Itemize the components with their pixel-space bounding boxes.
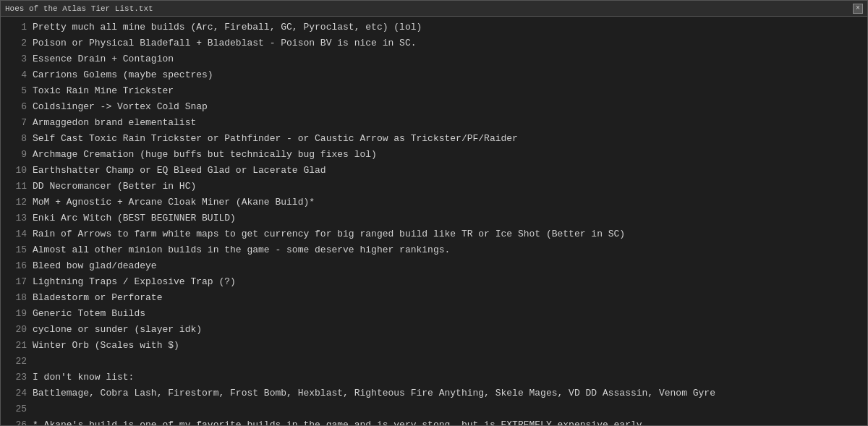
- line-text: Archmage Cremation (huge buffs but techn…: [33, 148, 377, 162]
- list-item: 24Battlemage, Cobra Lash, Firestorm, Fro…: [1, 385, 867, 401]
- line-text: I don't know list:: [33, 370, 134, 385]
- list-item: 3Essence Drain + Contagion: [1, 51, 867, 67]
- list-item: 15Almost all other minion builds in the …: [1, 242, 867, 258]
- list-item: 25: [1, 401, 867, 417]
- list-item: 4Carrions Golems (maybe spectres): [1, 67, 867, 83]
- line-text: Almost all other minion builds in the ga…: [33, 243, 450, 257]
- line-text: Coldslinger -> Vortex Cold Snap: [33, 100, 208, 114]
- line-text: cyclone or sunder (slayer idk): [33, 323, 202, 337]
- window-title: Hoes of the Atlas Tier List.txt: [5, 4, 848, 13]
- line-number: 9: [7, 148, 27, 162]
- line-number: 24: [7, 386, 27, 401]
- list-item: 16Bleed bow glad/deadeye: [1, 258, 867, 274]
- list-item: 23I don't know list:: [1, 370, 867, 385]
- line-text: Essence Drain + Contagion: [33, 52, 174, 67]
- line-number: 21: [7, 338, 27, 353]
- line-number: 25: [7, 402, 27, 417]
- line-text: Armaggedon brand elementalist: [33, 116, 196, 130]
- line-number: 11: [7, 179, 27, 194]
- list-item: 10Earthshatter Champ or EQ Bleed Glad or…: [1, 163, 867, 179]
- list-item: 22: [1, 354, 867, 370]
- line-number: 18: [7, 291, 27, 305]
- line-text: Enki Arc Witch (BEST BEGINNER BUILD): [33, 211, 236, 226]
- line-number: 22: [7, 354, 27, 369]
- list-item: 7Armaggedon brand elementalist: [1, 115, 867, 131]
- list-item: 20cyclone or sunder (slayer idk): [1, 322, 867, 338]
- line-number: 15: [7, 243, 27, 257]
- line-number: 16: [7, 259, 27, 273]
- list-item: 14Rain of Arrows to farm white maps to g…: [1, 226, 867, 242]
- line-text: DD Necromancer (Better in HC): [33, 179, 196, 194]
- list-item: 21Winter Orb (Scales with $): [1, 338, 867, 354]
- line-text: Bleed bow glad/deadeye: [33, 259, 157, 273]
- list-item: 17Lightning Traps / Explosive Trap (?): [1, 274, 867, 290]
- text-content: 1Pretty much all mine builds (Arc, Fireb…: [1, 17, 867, 425]
- line-number: 5: [7, 84, 27, 98]
- line-number: 3: [7, 52, 27, 67]
- main-window: Hoes of the Atlas Tier List.txt × 1Prett…: [0, 0, 868, 426]
- list-item: 13Enki Arc Witch (BEST BEGINNER BUILD): [1, 210, 867, 226]
- line-text: Battlemage, Cobra Lash, Firestorm, Frost…: [33, 386, 715, 401]
- line-number: 10: [7, 163, 27, 178]
- line-number: 20: [7, 323, 27, 337]
- line-number: 2: [7, 36, 27, 51]
- line-number: 26: [7, 418, 27, 425]
- line-text: Generic Totem Builds: [33, 307, 145, 321]
- list-item: 18Bladestorm or Perforate: [1, 290, 867, 306]
- line-number: 12: [7, 195, 27, 210]
- close-button[interactable]: ×: [853, 4, 863, 14]
- list-item: 26* Akane's build is one of my favorite …: [1, 417, 867, 425]
- line-number: 14: [7, 227, 27, 242]
- line-text: Toxic Rain Mine Trickster: [33, 84, 174, 98]
- line-number: 17: [7, 275, 27, 289]
- list-item: 12MoM + Agnostic + Arcane Cloak Miner (A…: [1, 195, 867, 210]
- line-text: MoM + Agnostic + Arcane Cloak Miner (Aka…: [33, 195, 315, 210]
- line-text: Rain of Arrows to farm white maps to get…: [33, 227, 625, 242]
- list-item: 11DD Necromancer (Better in HC): [1, 179, 867, 195]
- line-number: 6: [7, 100, 27, 114]
- list-item: 2Poison or Physical Bladefall + Bladebla…: [1, 35, 867, 51]
- line-number: 23: [7, 370, 27, 385]
- line-text: Pretty much all mine builds (Arc, Fireba…: [33, 20, 422, 35]
- line-text: Lightning Traps / Explosive Trap (?): [33, 275, 236, 289]
- line-text: Earthshatter Champ or EQ Bleed Glad or L…: [33, 163, 326, 178]
- line-number: 4: [7, 68, 27, 82]
- list-item: 6Coldslinger -> Vortex Cold Snap: [1, 99, 867, 115]
- line-text: Self Cast Toxic Rain Trickster or Pathfi…: [33, 132, 518, 146]
- title-bar: Hoes of the Atlas Tier List.txt ×: [1, 1, 867, 17]
- list-item: 5Toxic Rain Mine Trickster: [1, 83, 867, 99]
- line-number: 7: [7, 116, 27, 130]
- line-text: Carrions Golems (maybe spectres): [33, 68, 213, 82]
- line-text: * Akane's build is one of my favorite bu…: [33, 418, 642, 425]
- line-number: 19: [7, 307, 27, 321]
- list-item: 8Self Cast Toxic Rain Trickster or Pathf…: [1, 131, 867, 147]
- line-number: 1: [7, 20, 27, 35]
- line-number: 13: [7, 211, 27, 226]
- line-number: 8: [7, 132, 27, 146]
- list-item: 9Archmage Cremation (huge buffs but tech…: [1, 147, 867, 163]
- list-item: 19Generic Totem Builds: [1, 306, 867, 322]
- line-text: Bladestorm or Perforate: [33, 291, 162, 305]
- line-text: Poison or Physical Bladefall + Bladeblas…: [33, 36, 417, 51]
- list-item: 1Pretty much all mine builds (Arc, Fireb…: [1, 20, 867, 35]
- line-text: Winter Orb (Scales with $): [33, 338, 179, 353]
